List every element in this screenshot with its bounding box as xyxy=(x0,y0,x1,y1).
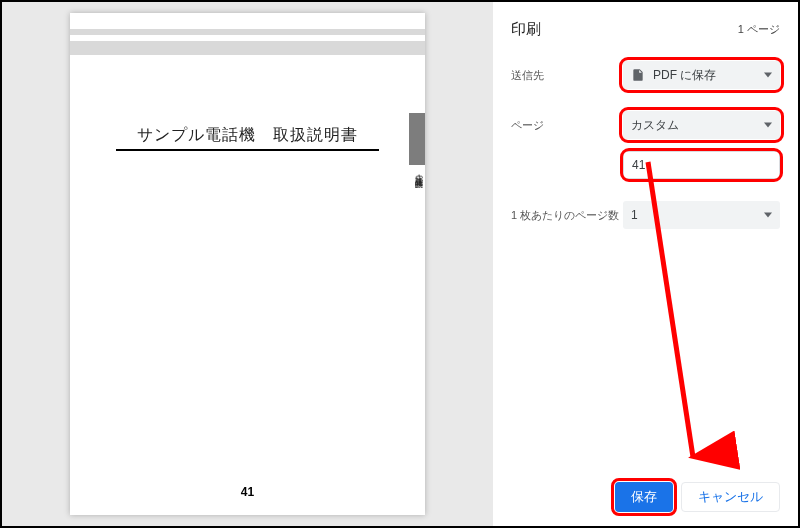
panel-title: 印刷 xyxy=(511,20,541,39)
preview-page[interactable]: サンプル電話機 取扱説明書 電話・電話帳 41 xyxy=(70,13,425,515)
pages-row: ページ カスタム xyxy=(511,111,780,139)
save-button[interactable]: 保存 xyxy=(615,482,673,512)
cancel-button[interactable]: キャンセル xyxy=(681,482,780,512)
side-tab-label: 電話・電話帳 xyxy=(411,169,423,175)
destination-label: 送信先 xyxy=(511,61,623,82)
pages-label: ページ xyxy=(511,111,623,132)
save-button-label: 保存 xyxy=(631,488,657,506)
cancel-button-label: キャンセル xyxy=(698,488,763,506)
dialog-footer: 保存 キャンセル xyxy=(615,482,780,512)
destination-select[interactable]: PDF に保存 xyxy=(623,61,780,89)
print-dialog: サンプル電話機 取扱説明書 電話・電話帳 41 印刷 1 ページ 送信先 PDF… xyxy=(0,0,800,528)
destination-row: 送信先 PDF に保存 xyxy=(511,61,780,89)
decorative-band xyxy=(70,29,425,35)
pages-mode-value: カスタム xyxy=(631,117,679,134)
destination-value: PDF に保存 xyxy=(653,67,716,84)
page-number: 41 xyxy=(70,485,425,499)
chevron-down-icon xyxy=(764,123,772,128)
chevron-down-icon xyxy=(764,213,772,218)
pdf-icon xyxy=(631,68,645,82)
pages-per-sheet-value: 1 xyxy=(631,208,638,222)
pages-range-input[interactable]: 41 xyxy=(623,151,780,179)
decorative-band xyxy=(70,41,425,55)
pages-per-sheet-label: 1 枚あたりのページ数 xyxy=(511,201,623,222)
pages-range-value: 41 xyxy=(632,158,645,172)
pages-per-sheet-select[interactable]: 1 xyxy=(623,201,780,229)
side-tab xyxy=(409,113,425,165)
pages-per-sheet-row: 1 枚あたりのページ数 1 xyxy=(511,201,780,229)
title-rule xyxy=(116,149,379,151)
print-settings-panel: 印刷 1 ページ 送信先 PDF に保存 ページ カスタム xyxy=(493,2,798,526)
document-title: サンプル電話機 取扱説明書 xyxy=(70,125,425,146)
chevron-down-icon xyxy=(764,73,772,78)
pages-mode-select[interactable]: カスタム xyxy=(623,111,780,139)
sheet-count-label: 1 ページ xyxy=(738,22,780,37)
print-preview-pane: サンプル電話機 取扱説明書 電話・電話帳 41 xyxy=(2,2,493,526)
